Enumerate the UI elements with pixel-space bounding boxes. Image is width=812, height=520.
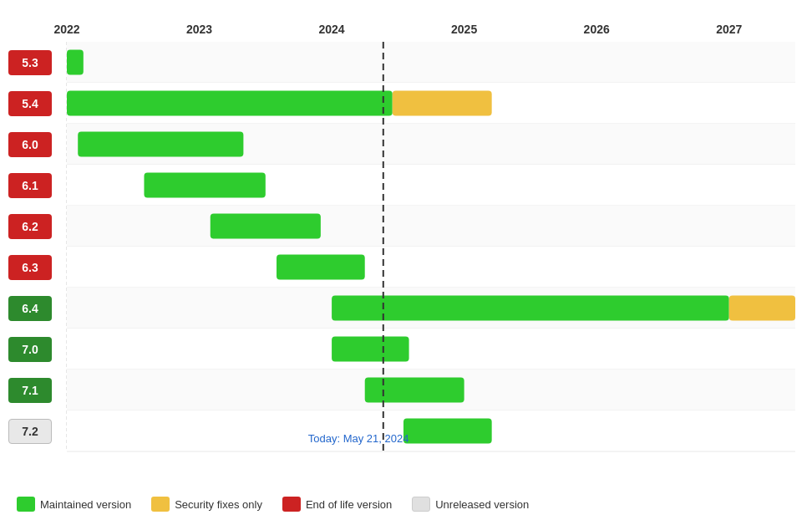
svg-rect-36 (144, 173, 265, 198)
legend-label-security: Security fixes only (175, 498, 262, 511)
svg-rect-43 (403, 419, 492, 444)
svg-rect-33 (67, 91, 393, 116)
legend-box-security (151, 497, 170, 512)
legend-item-maintained: Maintained version (17, 497, 131, 512)
legend-box-unreleased (412, 497, 430, 512)
legend-box-maintained (17, 497, 35, 512)
legend: Maintained version Security fixes only E… (17, 497, 529, 512)
version-label-6.1: 6.1 (8, 173, 52, 198)
svg-rect-12 (67, 42, 795, 83)
version-label-6.4: 6.4 (8, 296, 52, 321)
legend-label-maintained: Maintained version (40, 498, 131, 511)
svg-rect-20 (67, 206, 795, 247)
svg-rect-42 (365, 378, 464, 403)
chart-container: 202220232024202520262027 Today: May 21, … (0, 0, 812, 520)
version-label-5.4: 5.4 (8, 91, 52, 116)
svg-rect-26 (67, 329, 795, 370)
svg-rect-38 (277, 255, 365, 280)
svg-rect-34 (393, 91, 492, 116)
version-label-6.2: 6.2 (8, 214, 52, 239)
legend-item-unreleased: Unreleased version (412, 497, 529, 512)
version-label-6.3: 6.3 (8, 255, 52, 280)
version-label-7.1: 7.1 (8, 378, 52, 403)
version-label-5.3: 5.3 (8, 50, 52, 75)
today-label: Today: May 21, 2024 (308, 432, 409, 445)
legend-item-eol: End of life version (282, 497, 392, 512)
version-label-7.0: 7.0 (8, 337, 52, 362)
legend-label-eol: End of life version (306, 498, 392, 511)
svg-rect-39 (332, 296, 729, 321)
svg-rect-22 (67, 247, 795, 288)
svg-rect-37 (211, 214, 321, 239)
legend-label-unreleased: Unreleased version (435, 498, 529, 511)
version-label-7.2: 7.2 (8, 419, 52, 444)
legend-item-security: Security fixes only (151, 497, 262, 512)
svg-rect-40 (729, 296, 795, 321)
svg-rect-32 (67, 50, 84, 75)
version-label-6.0: 6.0 (8, 132, 52, 157)
svg-rect-41 (332, 337, 409, 362)
svg-rect-35 (78, 132, 243, 157)
legend-box-eol (282, 497, 301, 512)
